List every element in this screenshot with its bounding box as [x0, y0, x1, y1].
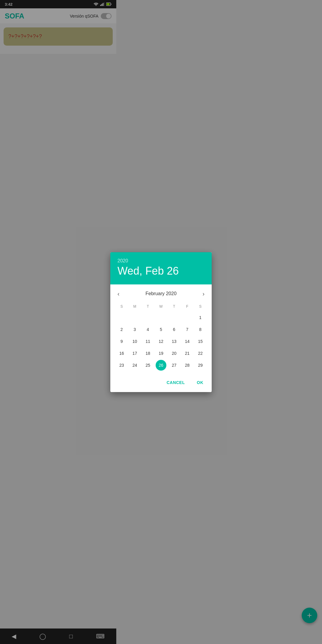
date-picker-overlay: 2020 Wed, Feb 26 ‹ February 2020 › S M T…: [0, 0, 116, 233]
